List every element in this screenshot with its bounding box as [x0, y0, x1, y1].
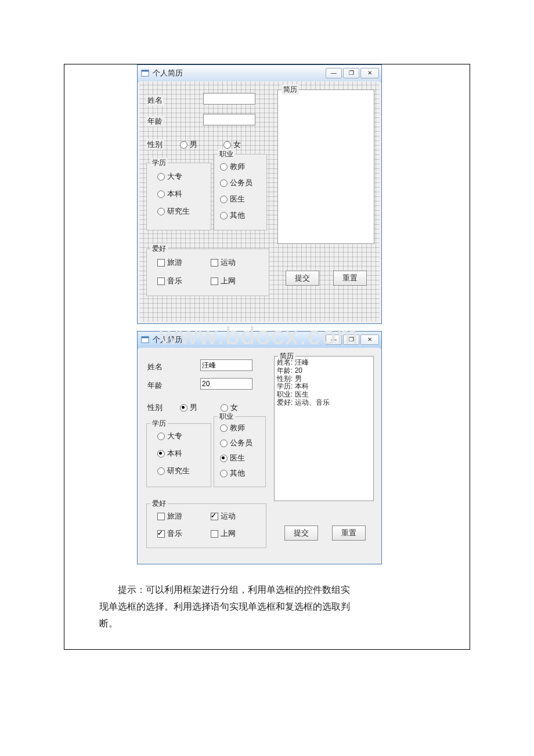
- edu-benke-radio[interactable]: 本科: [157, 448, 182, 459]
- name-input[interactable]: [203, 93, 255, 105]
- form-runtime-surface: 姓名 年龄 性别 男 女 学历 大专 本科 研究生 职业: [139, 348, 380, 562]
- explanation-text: 提示：可以利用框架进行分组，利用单选框的控件数组实 现单选框的选择。利用选择语句…: [99, 582, 435, 632]
- job-legend: 职业: [218, 149, 235, 159]
- resume-text: 姓名: 汪峰 年龄: 20 性别: 男 学历: 本科 职业: 医生 爱好: 运动…: [277, 359, 371, 498]
- hobby-sport-checkbox[interactable]: 运动: [211, 257, 236, 268]
- gender-label: 性别: [146, 402, 164, 413]
- submit-button[interactable]: 提交: [284, 525, 318, 541]
- hobby-music-checkbox[interactable]: 音乐: [157, 276, 182, 286]
- job-doctor-radio[interactable]: 医生: [220, 453, 245, 463]
- design-window: 个人简历 — ❐ ✕ 姓名 年龄 性别 男 女: [137, 64, 382, 324]
- reset-button[interactable]: 重置: [333, 271, 367, 286]
- name-label: 姓名: [146, 362, 164, 372]
- gender-male-radio[interactable]: 男: [180, 402, 197, 413]
- resume-output: 简历: [277, 89, 374, 244]
- education-legend: 学历: [150, 419, 168, 429]
- job-legend: 职业: [218, 412, 235, 422]
- age-input[interactable]: [203, 114, 255, 125]
- form-icon: [141, 336, 149, 344]
- close-button[interactable]: ✕: [360, 68, 379, 78]
- hobby-frame: 爱好 旅游 运动 音乐 上网: [146, 249, 269, 296]
- job-other-radio[interactable]: 其他: [220, 468, 245, 478]
- hobby-music-checkbox[interactable]: 音乐: [157, 528, 182, 539]
- age-label: 年龄: [146, 116, 164, 127]
- name-label: 姓名: [146, 95, 164, 106]
- hobby-travel-checkbox[interactable]: 旅游: [157, 257, 182, 268]
- education-legend: 学历: [150, 158, 168, 168]
- edu-benke-radio[interactable]: 本科: [157, 189, 182, 199]
- screenshots-area: 个人简历 — ❐ ✕ 姓名 年龄 性别 男 女: [137, 64, 387, 564]
- gender-male-radio[interactable]: 男: [180, 139, 197, 150]
- edu-yanjiusheng-radio[interactable]: 研究生: [157, 466, 190, 476]
- form-icon: [141, 69, 149, 77]
- job-teacher-radio[interactable]: 教师: [220, 423, 245, 433]
- minimize-button[interactable]: —: [326, 68, 342, 78]
- hobby-internet-checkbox[interactable]: 上网: [211, 276, 236, 286]
- education-frame: 学历 大专 本科 研究生: [146, 423, 211, 487]
- edu-dazhuan-radio[interactable]: 大专: [157, 171, 182, 182]
- maximize-button[interactable]: ❐: [343, 68, 359, 78]
- hobby-sport-checkbox[interactable]: 运动: [211, 511, 236, 521]
- age-label: 年龄: [146, 380, 164, 391]
- explain-line2: 现单选框的选择。利用选择语句实现单选框和复选框的选取判: [99, 602, 350, 611]
- submit-button[interactable]: 提交: [286, 271, 319, 286]
- window-title: 个人简历: [153, 68, 183, 78]
- maximize-button[interactable]: ❐: [343, 334, 359, 345]
- document-frame: 个人简历 — ❐ ✕ 姓名 年龄 性别 男 女: [64, 64, 470, 650]
- form-design-surface: 姓名 年龄 性别 男 女 学历 大专 本科 研究生 职业: [139, 81, 380, 322]
- svg-rect-3: [142, 337, 149, 339]
- job-gongwuyuan-radio[interactable]: 公务员: [220, 178, 252, 188]
- gender-female-radio[interactable]: 女: [223, 139, 241, 150]
- hobby-frame: 爱好 旅游 运动 音乐 上网: [146, 503, 266, 548]
- resume-output: 简历 姓名: 汪峰 年龄: 20 性别: 男 学历: 本科 职业: 医生 爱好:…: [274, 356, 374, 501]
- titlebar[interactable]: 个人简历 — ❐ ✕: [138, 65, 381, 82]
- job-gongwuyuan-radio[interactable]: 公务员: [220, 438, 252, 448]
- hobby-internet-checkbox[interactable]: 上网: [211, 528, 236, 539]
- job-teacher-radio[interactable]: 教师: [220, 161, 245, 172]
- close-button[interactable]: ✕: [360, 334, 379, 345]
- edu-yanjiusheng-radio[interactable]: 研究生: [157, 206, 190, 217]
- window-title-run: 个人简历: [153, 334, 183, 345]
- job-other-radio[interactable]: 其他: [220, 210, 245, 221]
- minimize-button[interactable]: —: [326, 334, 342, 345]
- gender-label: 性别: [146, 139, 164, 150]
- hobby-legend: 爱好: [150, 499, 168, 509]
- titlebar-run[interactable]: 个人简历 — ❐ ✕: [138, 332, 381, 348]
- hobby-legend: 爱好: [150, 244, 168, 254]
- job-frame: 职业 教师 公务员 医生 其他: [214, 416, 266, 487]
- age-input[interactable]: [200, 378, 252, 390]
- reset-button[interactable]: 重置: [332, 525, 366, 541]
- edu-dazhuan-radio[interactable]: 大专: [157, 431, 182, 441]
- hobby-travel-checkbox[interactable]: 旅游: [157, 511, 182, 521]
- job-doctor-radio[interactable]: 医生: [220, 194, 245, 204]
- job-frame: 职业 教师 公务员 医生 其他: [214, 154, 267, 231]
- explain-line1: 提示：可以利用框架进行分组，利用单选框的控件数组实: [99, 582, 435, 599]
- runtime-window: www.bdocx.com 个人简历 — ❐ ✕ 姓名 年龄: [137, 331, 382, 564]
- education-frame: 学历 大专 本科 研究生: [146, 163, 211, 231]
- explain-line3: 断。: [99, 618, 118, 628]
- name-input[interactable]: [200, 359, 252, 371]
- svg-rect-1: [142, 70, 149, 72]
- resume-legend: 简历: [282, 85, 299, 95]
